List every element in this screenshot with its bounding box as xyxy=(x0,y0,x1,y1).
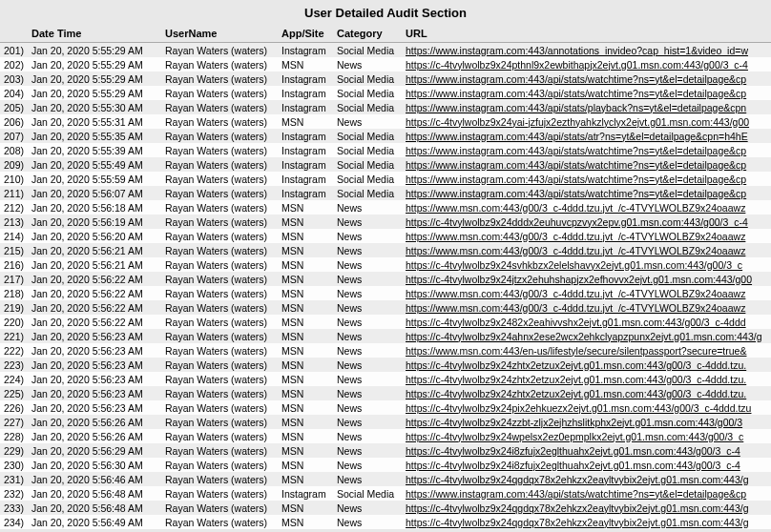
table-row[interactable]: 225)Jan 20, 2020 5:56:23 AMRayan Waters … xyxy=(0,386,771,400)
cell-url[interactable]: https://www.instagram.com:443/api/stats/… xyxy=(403,143,771,157)
cell-appsite: MSN xyxy=(279,215,334,229)
table-row[interactable]: 222)Jan 20, 2020 5:56:23 AMRayan Waters … xyxy=(0,343,771,358)
cell-url[interactable]: https://c-4tvylwolbz9x24i8zfujx2eglthuah… xyxy=(403,443,771,458)
table-row[interactable]: 207)Jan 20, 2020 5:55:35 AMRayan Waters … xyxy=(0,129,771,143)
cell-category: News xyxy=(334,243,403,257)
cell-url[interactable]: https://c-4tvylwolbz9x24svhkbzx2elelshav… xyxy=(403,257,771,272)
cell-url[interactable]: https://c-4tvylwolbz9x2482x2eahivvshx2ej… xyxy=(403,315,771,329)
cell-url[interactable]: https://www.instagram.com:443/api/stats/… xyxy=(403,486,771,501)
table-row[interactable]: 206)Jan 20, 2020 5:55:31 AMRayan Waters … xyxy=(0,114,771,129)
cell-username: Rayan Waters (waters) xyxy=(162,386,279,400)
cell-category: News xyxy=(334,358,403,372)
table-row[interactable]: 221)Jan 20, 2020 5:56:23 AMRayan Waters … xyxy=(0,329,771,343)
cell-url[interactable]: https://www.instagram.com:443/api/stats/… xyxy=(403,72,771,86)
row-number: 233) xyxy=(0,501,29,515)
cell-datetime: Jan 20, 2020 5:56:26 AM xyxy=(29,429,162,443)
table-row[interactable]: 214)Jan 20, 2020 5:56:20 AMRayan Waters … xyxy=(0,229,771,243)
cell-url[interactable]: https://www.instagram.com:443/api/stats/… xyxy=(403,157,771,172)
col-rownum xyxy=(0,24,29,43)
table-row[interactable]: 233)Jan 20, 2020 5:56:48 AMRayan Waters … xyxy=(0,501,771,515)
table-row[interactable]: 229)Jan 20, 2020 5:56:29 AMRayan Waters … xyxy=(0,443,771,458)
table-row[interactable]: 218)Jan 20, 2020 5:56:22 AMRayan Waters … xyxy=(0,286,771,300)
cell-url[interactable]: https://www.instagram.com:443/api/stats/… xyxy=(403,100,771,114)
table-row[interactable]: 201)Jan 20, 2020 5:55:29 AMRayan Waters … xyxy=(0,43,771,58)
cell-url[interactable]: https://c-4tvylwolbz9x24qgdqx78x2ehkzx2e… xyxy=(403,472,771,486)
cell-url[interactable]: https://c-4tvylwolbz9x24pthnl9x2ewbithap… xyxy=(403,57,771,72)
cell-appsite: MSN xyxy=(279,372,334,386)
cell-url[interactable]: https://www.msn.com:443/g00/3_c-4ddd.tzu… xyxy=(403,286,771,300)
table-row[interactable]: 209)Jan 20, 2020 5:55:49 AMRayan Waters … xyxy=(0,157,771,172)
cell-appsite: MSN xyxy=(279,114,334,129)
cell-category: News xyxy=(334,386,403,400)
table-row[interactable]: 204)Jan 20, 2020 5:55:29 AMRayan Waters … xyxy=(0,86,771,100)
cell-url[interactable]: https://c-4tvylwolbz9x24qgdqx78x2ehkzx2e… xyxy=(403,515,771,529)
row-number: 220) xyxy=(0,315,29,329)
cell-category: Social Media xyxy=(334,172,403,186)
cell-url[interactable]: https://c-4tvylwolbz9x24zhtx2etzux2ejvt.… xyxy=(403,372,771,386)
table-row[interactable]: 215)Jan 20, 2020 5:56:21 AMRayan Waters … xyxy=(0,243,771,257)
cell-datetime: Jan 20, 2020 5:56:20 AM xyxy=(29,229,162,243)
cell-appsite: MSN xyxy=(279,286,334,300)
table-row[interactable]: 216)Jan 20, 2020 5:56:21 AMRayan Waters … xyxy=(0,257,771,272)
row-number: 207) xyxy=(0,129,29,143)
col-appsite[interactable]: App/Site xyxy=(279,24,334,43)
table-row[interactable]: 227)Jan 20, 2020 5:56:26 AMRayan Waters … xyxy=(0,415,771,429)
cell-url[interactable]: https://c-4tvylwolbz9x24pix2ehkuezx2ejvt… xyxy=(403,400,771,415)
cell-username: Rayan Waters (waters) xyxy=(162,358,279,372)
table-row[interactable]: 205)Jan 20, 2020 5:55:30 AMRayan Waters … xyxy=(0,100,771,114)
col-username[interactable]: UserName xyxy=(162,24,279,43)
cell-appsite: MSN xyxy=(279,243,334,257)
cell-url[interactable]: https://www.msn.com:443/g00/3_c-4ddd.tzu… xyxy=(403,229,771,243)
cell-category: News xyxy=(334,372,403,386)
cell-url[interactable]: https://www.instagram.com:443/api/stats/… xyxy=(403,186,771,200)
col-url[interactable]: URL xyxy=(403,24,771,43)
table-row[interactable]: 219)Jan 20, 2020 5:56:22 AMRayan Waters … xyxy=(0,300,771,315)
cell-url[interactable]: https://c-4tvylwolbz9x24dddx2euhuvcpzvyx… xyxy=(403,215,771,229)
table-row[interactable]: 230)Jan 20, 2020 5:56:30 AMRayan Waters … xyxy=(0,458,771,472)
cell-url[interactable]: https://www.instagram.com:443/api/stats/… xyxy=(403,172,771,186)
cell-username: Rayan Waters (waters) xyxy=(162,501,279,515)
cell-url[interactable]: https://c-4tvylwolbz9x24zzbt-zljx2ejhzhs… xyxy=(403,415,771,429)
col-datetime[interactable]: Date Time xyxy=(29,24,162,43)
table-row[interactable]: 211)Jan 20, 2020 5:56:07 AMRayan Waters … xyxy=(0,186,771,200)
cell-url[interactable]: https://c-4tvylwolbz9x24wpelsx2ez0epmplk… xyxy=(403,429,771,443)
cell-url[interactable]: https://www.msn.com:443/en-us/lifestyle/… xyxy=(403,343,771,358)
table-row[interactable]: 226)Jan 20, 2020 5:56:23 AMRayan Waters … xyxy=(0,400,771,415)
cell-url[interactable]: https://c-4tvylwolbz9x24qgdqx78x2ehkzx2e… xyxy=(403,501,771,515)
table-row[interactable]: 217)Jan 20, 2020 5:56:22 AMRayan Waters … xyxy=(0,272,771,286)
table-row[interactable]: 228)Jan 20, 2020 5:56:26 AMRayan Waters … xyxy=(0,429,771,443)
table-row[interactable]: 232)Jan 20, 2020 5:56:48 AMRayan Waters … xyxy=(0,486,771,501)
col-category[interactable]: Category xyxy=(334,24,403,43)
cell-url[interactable]: https://c-4tvylwolbz9x24yai-jzfujx2ezthy… xyxy=(403,114,771,129)
table-row[interactable]: 210)Jan 20, 2020 5:55:59 AMRayan Waters … xyxy=(0,172,771,186)
cell-url[interactable]: https://www.msn.com:443/g00/3_c-4ddd.tzu… xyxy=(403,300,771,315)
cell-username: Rayan Waters (waters) xyxy=(162,472,279,486)
table-row[interactable]: 223)Jan 20, 2020 5:56:23 AMRayan Waters … xyxy=(0,358,771,372)
cell-url[interactable]: https://www.msn.com:443/g00/3_c-4ddd.tzu… xyxy=(403,200,771,215)
cell-category: News xyxy=(334,300,403,315)
table-row[interactable]: 202)Jan 20, 2020 5:55:29 AMRayan Waters … xyxy=(0,57,771,72)
cell-username: Rayan Waters (waters) xyxy=(162,372,279,386)
cell-username: Rayan Waters (waters) xyxy=(162,229,279,243)
table-row[interactable]: 203)Jan 20, 2020 5:55:29 AMRayan Waters … xyxy=(0,72,771,86)
table-row[interactable]: 212)Jan 20, 2020 5:56:18 AMRayan Waters … xyxy=(0,200,771,215)
cell-appsite: MSN xyxy=(279,472,334,486)
table-row[interactable]: 220)Jan 20, 2020 5:56:22 AMRayan Waters … xyxy=(0,315,771,329)
row-number: 212) xyxy=(0,200,29,215)
table-row[interactable]: 224)Jan 20, 2020 5:56:23 AMRayan Waters … xyxy=(0,372,771,386)
table-row[interactable]: 234)Jan 20, 2020 5:56:49 AMRayan Waters … xyxy=(0,515,771,529)
cell-url[interactable]: https://www.instagram.com:443/api/stats/… xyxy=(403,86,771,100)
cell-url[interactable]: https://c-4tvylwolbz9x24i8zfujx2eglthuah… xyxy=(403,458,771,472)
cell-url[interactable]: https://c-4tvylwolbz9x24ahnx2ese2wcx2ehk… xyxy=(403,329,771,343)
cell-url[interactable]: https://c-4tvylwolbz9x24zhtx2etzux2ejvt.… xyxy=(403,386,771,400)
cell-url[interactable]: https://c-4tvylwolbz9x24jtzx2ehuhshapjzx… xyxy=(403,272,771,286)
cell-url[interactable]: https://www.instagram.com:443/api/stats/… xyxy=(403,129,771,143)
cell-category: News xyxy=(334,443,403,458)
cell-url[interactable]: https://c-4tvylwolbz9x24zhtx2etzux2ejvt.… xyxy=(403,358,771,372)
cell-url[interactable]: https://www.msn.com:443/g00/3_c-4ddd.tzu… xyxy=(403,243,771,257)
cell-datetime: Jan 20, 2020 5:55:30 AM xyxy=(29,100,162,114)
table-row[interactable]: 213)Jan 20, 2020 5:56:19 AMRayan Waters … xyxy=(0,215,771,229)
table-row[interactable]: 208)Jan 20, 2020 5:55:39 AMRayan Waters … xyxy=(0,143,771,157)
cell-url[interactable]: https://www.instagram.com:443/annotation… xyxy=(403,43,771,58)
table-row[interactable]: 231)Jan 20, 2020 5:56:46 AMRayan Waters … xyxy=(0,472,771,486)
